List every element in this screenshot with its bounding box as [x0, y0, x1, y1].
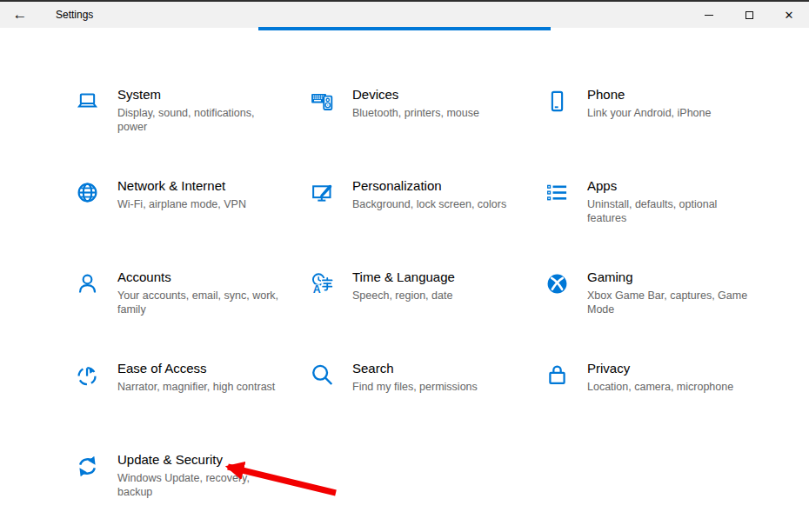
tile-title: Privacy [587, 360, 752, 377]
tile-subtitle: Speech, region, date [352, 289, 518, 303]
tile-subtitle: Narrator, magnifier, high contrast [117, 380, 283, 394]
back-button[interactable]: ← [0, 2, 40, 28]
tile-icon-slot [76, 363, 99, 387]
tile-title: Time & Language [352, 269, 518, 286]
titlebar: ← Settings ✕ [0, 2, 809, 28]
tile-icon-slot [311, 181, 334, 204]
tile-accounts[interactable]: Accounts Your accounts, email, sync, wor… [76, 256, 311, 348]
xbox-icon [545, 272, 569, 296]
tile-icon-slot [311, 363, 334, 387]
tile-gaming[interactable]: Gaming Xbox Game Bar, captures, Game Mod… [545, 256, 780, 348]
phone-icon [545, 90, 569, 113]
settings-window: ← Settings ✕ System Display, sound, noti… [0, 0, 809, 532]
update-security-icon [76, 455, 99, 478]
back-arrow-icon: ← [13, 6, 28, 23]
laptop-icon [76, 90, 99, 113]
tile-title: Apps [587, 177, 752, 195]
tile-network-internet[interactable]: Network & Internet Wi-Fi, airplane mode,… [76, 165, 311, 256]
close-button[interactable]: ✕ [769, 2, 809, 28]
tile-personalization[interactable]: Personalization Background, lock screen,… [311, 165, 545, 256]
tile-subtitle: Wi-Fi, airplane mode, VPN [117, 197, 283, 211]
tile-title: Phone [587, 86, 752, 103]
tile-subtitle: Location, camera, microphone [587, 380, 752, 394]
minimize-button[interactable] [689, 2, 729, 28]
tile-subtitle: Uninstall, defaults, optional features [587, 197, 752, 225]
tile-title: Personalization [352, 177, 518, 195]
tile-update-security[interactable]: Update & Security Windows Update, recove… [76, 439, 311, 530]
search-box-underline[interactable] [258, 27, 551, 30]
tile-icon-slot [545, 363, 569, 387]
tile-title: Accounts [117, 269, 283, 286]
ease-of-access-icon [76, 363, 99, 387]
tile-subtitle: Windows Update, recovery, backup [117, 471, 283, 499]
person-icon [76, 272, 99, 296]
settings-grid: System Display, sound, notifications, po… [76, 74, 780, 530]
tile-subtitle: Bluetooth, printers, mouse [352, 106, 518, 120]
apps-icon [545, 181, 569, 204]
tile-icon-slot: A [311, 272, 334, 296]
tile-title: Network & Internet [117, 177, 283, 195]
tile-icon-slot [76, 90, 99, 113]
tile-subtitle: Your accounts, email, sync, work, family [117, 289, 283, 316]
tile-apps[interactable]: Apps Uninstall, defaults, optional featu… [545, 165, 780, 256]
maximize-button[interactable] [729, 2, 769, 28]
tile-title: Update & Security [117, 451, 283, 469]
search-icon [311, 363, 334, 387]
tile-icon-slot [545, 181, 569, 204]
tile-icon-slot [76, 272, 99, 296]
tile-title: System [117, 86, 283, 103]
time-language-icon: A [311, 272, 334, 296]
tile-system[interactable]: System Display, sound, notifications, po… [76, 74, 311, 165]
devices-icon [311, 90, 334, 113]
maximize-icon [745, 11, 753, 19]
tile-icon-slot [545, 90, 569, 113]
tile-time-language[interactable]: A Time & Language Speech, region, date [311, 256, 545, 348]
tile-ease-of-access[interactable]: Ease of Access Narrator, magnifier, high… [76, 348, 311, 439]
lock-icon [545, 363, 569, 387]
window-title: Settings [56, 9, 93, 21]
tile-search[interactable]: Search Find my files, permissions [311, 348, 545, 439]
window-controls: ✕ [689, 2, 809, 28]
tile-title: Search [352, 360, 518, 377]
tile-subtitle: Display, sound, notifications, power [117, 106, 283, 134]
minimize-icon [705, 15, 713, 16]
tile-icon-slot [76, 181, 99, 204]
tile-privacy[interactable]: Privacy Location, camera, microphone [545, 348, 780, 439]
tile-phone[interactable]: Phone Link your Android, iPhone [545, 74, 780, 165]
tile-title: Gaming [587, 269, 752, 286]
tile-subtitle: Xbox Game Bar, captures, Game Mode [587, 289, 752, 316]
globe-icon [76, 181, 99, 204]
tile-title: Devices [352, 86, 518, 103]
tile-title: Ease of Access [117, 360, 283, 377]
personalization-icon [311, 181, 334, 204]
close-icon: ✕ [785, 9, 794, 22]
tile-icon-slot [311, 90, 334, 113]
tile-icon-slot [545, 272, 569, 296]
tile-subtitle: Find my files, permissions [352, 380, 518, 394]
svg-text:A: A [313, 283, 321, 296]
tile-subtitle: Background, lock screen, colors [352, 197, 518, 211]
tile-icon-slot [76, 455, 99, 478]
tile-subtitle: Link your Android, iPhone [587, 106, 752, 120]
tile-devices[interactable]: Devices Bluetooth, printers, mouse [311, 74, 545, 165]
